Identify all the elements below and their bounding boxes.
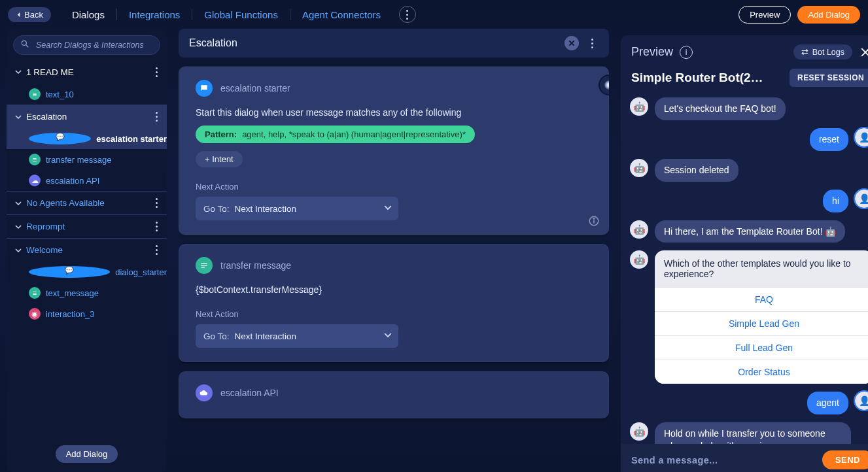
card-option[interactable]: FAQ [655,287,868,311]
kebab-icon[interactable] [150,197,163,210]
chevron-right-icon [14,199,22,207]
chat-row: hi 👤 [630,190,868,212]
tree-item-text-message[interactable]: ≡ text_message [7,282,167,303]
tab-agent-connectors[interactable]: Agent Connectors [290,9,392,20]
reset-session-button[interactable]: RESET SESSION [790,69,868,87]
tree-item-transfer-message[interactable]: ≡ transfer message [7,149,167,170]
record-icon: ◉ [29,308,41,320]
tree-item-dialog-starter[interactable]: 💬 dialog_starter [7,261,167,282]
interaction-card-escalation-starter[interactable]: escalation starter Start this dialog whe… [179,67,609,235]
preview-header: Preview i ⇄ Bot Logs [621,35,868,65]
tree-group-readme[interactable]: 1 READ ME [7,60,167,84]
kebab-icon[interactable] [150,65,163,78]
close-circle-icon[interactable] [564,36,579,50]
tree-group-welcome[interactable]: Welcome [7,238,167,261]
svg-point-4 [593,218,595,220]
tab-global-functions[interactable]: Global Functions [192,9,290,20]
tree-item-interaction3[interactable]: ◉ interaction_3 [7,303,167,324]
tree-item-label: escalation API [46,176,99,186]
tree-item-label: text_message [46,288,99,298]
add-intent-button[interactable]: + Intent [196,151,243,167]
tree-item-label: interaction_3 [46,309,94,319]
bot-message: Hi there, I am the Template Router Bot! … [655,220,845,243]
svg-rect-7 [201,267,205,267]
message-input[interactable] [630,454,814,466]
next-action-label: Next Action [196,182,592,192]
section-header: Escalation [179,29,609,58]
sidebar: 1 READ ME ≡ text_10 Escalation 💬 escalat… [7,29,167,472]
sidebar-add-dialog-button[interactable]: Add Dialog [56,445,118,463]
topbar-actions: Preview Add Dialog [738,6,860,24]
kebab-icon[interactable] [585,39,599,48]
chat-row: 🤖 Session deleted [630,159,868,182]
tree-group-no-agents[interactable]: No Agents Available [7,191,167,214]
next-action-select[interactable]: Go To: Next Interaction [196,324,398,348]
pattern-pill[interactable]: Pattern: agent, help, *speak to (a|an) (… [196,126,475,143]
chevron-down-icon [384,204,392,214]
info-icon[interactable] [588,215,600,227]
bot-avatar-icon: 🤖 [630,220,648,239]
goto-label: Go To: [203,204,230,214]
tree-group-reprompt[interactable]: Reprompt [7,214,167,238]
chevron-down-icon [14,113,22,121]
bot-message: Session deleted [655,159,738,182]
tree-item-text10[interactable]: ≡ text_10 [7,84,167,105]
close-icon[interactable] [859,46,868,59]
chat-log[interactable]: 🤖 Let's checkout the FAQ bot! reset 👤 🤖 … [621,95,868,444]
next-action-select[interactable]: Go To: Next Interaction [196,197,398,220]
dots-vertical-icon [406,10,408,20]
kebab-icon[interactable] [150,244,163,257]
chat-icon [196,80,213,97]
tree-group-label: Escalation [26,112,150,122]
tree-group-label: 1 READ ME [26,67,150,77]
send-button[interactable]: SEND [822,450,868,469]
bot-logs-label: Bot Logs [812,48,844,57]
interaction-card-transfer-message[interactable]: transfer message {$botContext.transferMe… [179,244,609,362]
kebab-icon[interactable] [150,220,163,233]
assistant-badge-icon[interactable] [600,76,609,94]
user-avatar-icon: 👤 [855,190,868,208]
goto-value: Next Interaction [235,204,297,214]
tree-item-escalation-api[interactable]: ☁ escalation API [7,170,167,191]
search-field[interactable] [13,35,160,55]
search-input[interactable] [35,40,153,50]
chat-row: 🤖 Hold on while I transfer you to someon… [630,422,868,444]
card-option[interactable]: Order Status [655,360,868,384]
chat-icon: 💬 [29,133,91,144]
add-dialog-button[interactable]: Add Dialog [797,6,860,24]
info-icon[interactable]: i [680,46,693,59]
logs-icon: ⇄ [801,47,808,57]
main-layout: 1 READ ME ≡ text_10 Escalation 💬 escalat… [0,29,868,472]
card-title: transfer message [220,260,291,271]
bot-logs-button[interactable]: ⇄ Bot Logs [793,44,852,59]
interaction-card-escalation-api[interactable]: escalation API [179,371,609,418]
text-icon: ≡ [29,154,41,165]
card-option[interactable]: Full Lead Gen [655,335,868,360]
card-option[interactable]: Simple Lead Gen [655,311,868,335]
tab-overflow-button[interactable] [399,6,416,23]
section-title: Escalation [189,37,237,49]
nav-tabs: Dialogs Integrations Global Functions Ag… [60,6,416,23]
card-question: Which of the other templates would you l… [655,250,868,287]
kebab-icon[interactable] [150,110,163,124]
chevron-left-icon [16,10,22,20]
tree-item-escalation-starter[interactable]: 💬 escalation starter [7,128,167,149]
svg-rect-5 [201,263,207,264]
preview-title: Preview [631,45,673,59]
text-icon: ≡ [29,88,41,100]
tree-group-escalation[interactable]: Escalation [7,105,167,128]
tree-group-label: No Agents Available [26,198,150,208]
preview-button[interactable]: Preview [738,6,791,24]
user-message: hi [823,190,848,212]
tree-item-label: dialog_starter [115,267,167,277]
goto-value: Next Interaction [235,331,297,341]
dialog-tree: 1 READ ME ≡ text_10 Escalation 💬 escalat… [7,60,167,439]
bot-message: Let's checkout the FAQ bot! [655,97,786,120]
back-button[interactable]: Back [8,7,51,22]
tab-dialogs[interactable]: Dialogs [60,9,116,20]
tab-integrations[interactable]: Integrations [117,9,192,20]
card-description: Start this dialog when user message matc… [196,107,592,118]
card-title: escalation starter [220,83,290,93]
bot-card-message: Which of the other templates would you l… [655,250,868,384]
topbar: Back Dialogs Integrations Global Functio… [0,0,868,29]
